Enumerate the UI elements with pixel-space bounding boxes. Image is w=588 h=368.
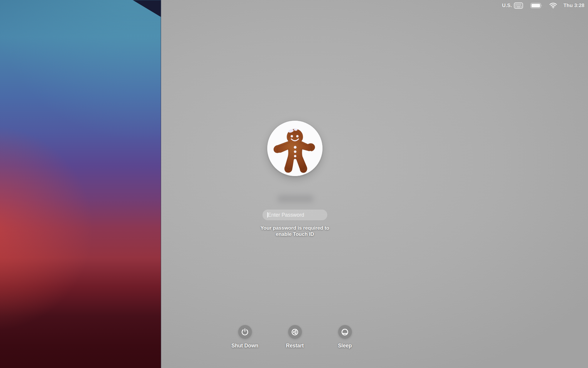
hint-line-1: Your password is required to xyxy=(236,225,354,231)
menu-clock: Thu 3:28 xyxy=(563,3,584,8)
power-icon xyxy=(241,328,249,336)
lock-screen: U.S. xyxy=(0,0,588,368)
input-source-label: U.S. xyxy=(502,3,512,9)
restart-icon xyxy=(291,328,299,336)
restart-circle xyxy=(288,325,302,339)
touch-id-hint: Your password is required to enable Touc… xyxy=(236,225,354,237)
shut-down-button[interactable]: Shut Down xyxy=(230,325,259,349)
desktop-wallpaper xyxy=(0,0,161,368)
menu-bar: U.S. xyxy=(502,0,588,11)
power-actions: Shut Down Restart xyxy=(230,325,359,349)
sleep-icon xyxy=(341,328,349,336)
restart-button[interactable]: Restart xyxy=(280,325,309,349)
sleep-button[interactable]: Sleep xyxy=(330,325,359,349)
battery-full-icon xyxy=(530,3,542,9)
user-avatar[interactable] xyxy=(267,121,323,176)
wifi-icon xyxy=(549,3,557,9)
keyboard-icon xyxy=(514,2,523,9)
sleep-circle xyxy=(338,325,352,339)
restart-label: Restart xyxy=(286,343,304,349)
text-caret xyxy=(267,212,268,218)
username-redacted xyxy=(277,195,314,203)
hint-line-2: enable Touch ID xyxy=(236,231,354,237)
gingerbread-man-image xyxy=(267,121,323,176)
lock-panel xyxy=(161,0,588,368)
clock-menu[interactable]: Thu 3:28 xyxy=(563,3,584,9)
wifi-menu[interactable] xyxy=(549,3,557,9)
wallpaper-corner-shape xyxy=(129,0,161,17)
shut-down-circle xyxy=(238,325,252,339)
shut-down-label: Shut Down xyxy=(231,343,258,349)
battery-menu[interactable] xyxy=(530,3,542,9)
input-source-menu[interactable]: U.S. xyxy=(502,2,523,9)
sleep-label: Sleep xyxy=(338,343,352,349)
password-field xyxy=(263,210,327,220)
password-input[interactable] xyxy=(263,210,327,220)
